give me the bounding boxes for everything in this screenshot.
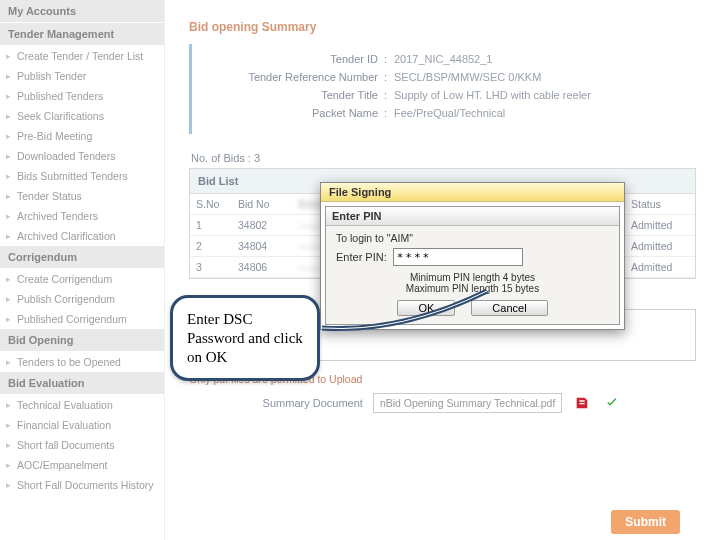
sidebar-item-downloaded-tenders[interactable]: Downloaded Tenders — [0, 146, 164, 166]
sidebar-head-bid-opening[interactable]: Bid Opening — [0, 329, 164, 352]
bid-summary-box: Tender ID:2017_NIC_44852_1 Tender Refere… — [189, 44, 696, 134]
sidebar: My Accounts Tender Management Create Ten… — [0, 0, 165, 540]
sidebar-item-aoc-empanelment[interactable]: AOC/Empanelment — [0, 455, 164, 475]
cell-bidno: 34804 — [232, 236, 292, 256]
summary-label-tender-id: Tender ID — [204, 53, 384, 65]
sidebar-head-my-accounts[interactable]: My Accounts — [0, 0, 164, 23]
sidebar-head-bid-evaluation[interactable]: Bid Evaluation — [0, 372, 164, 395]
summary-value-tender-id: 2017_NIC_44852_1 — [394, 53, 492, 65]
sidebar-item-archived-tenders[interactable]: Archived Tenders — [0, 206, 164, 226]
cell-bidno: 34802 — [232, 215, 292, 235]
sidebar-item-bids-submitted-tenders[interactable]: Bids Submitted Tenders — [0, 166, 164, 186]
cell-status: Admitted — [625, 215, 695, 235]
summary-value-packet: Fee/PreQual/Technical — [394, 107, 505, 119]
col-bidno: Bid No — [232, 194, 292, 214]
sidebar-item-archived-clarification[interactable]: Archived Clarification — [0, 226, 164, 246]
callout-text: Enter DSC Password and click on OK — [170, 295, 320, 381]
sidebar-head-corrigendum[interactable]: Corrigendum — [0, 246, 164, 269]
sidebar-item-short-fall-documents-history[interactable]: Short Fall Documents History — [0, 475, 164, 495]
sidebar-item-create-corrigendum[interactable]: Create Corrigendum — [0, 269, 164, 289]
sidebar-item-short-fall-documents[interactable]: Short fall Documents — [0, 435, 164, 455]
sidebar-item-published-tenders[interactable]: Published Tenders — [0, 86, 164, 106]
sidebar-item-financial-evaluation[interactable]: Financial Evaluation — [0, 415, 164, 435]
pin-hint-min: Minimum PIN length 4 bytes — [336, 272, 609, 283]
sidebar-item-tenders-to-be-opened[interactable]: Tenders to be Opened — [0, 352, 164, 372]
cell-status: Admitted — [625, 257, 695, 277]
summary-doc-label: Summary Document — [263, 397, 363, 409]
submit-button[interactable]: Submit — [611, 510, 680, 534]
sidebar-item-pre-bid-meeting[interactable]: Pre-Bid Meeting — [0, 126, 164, 146]
cell-bidno: 34806 — [232, 257, 292, 277]
bid-count-label: No. of Bids : 3 — [191, 152, 696, 164]
sidebar-item-technical-evaluation[interactable]: Technical Evaluation — [0, 395, 164, 415]
col-sno: S.No — [190, 194, 232, 214]
sidebar-item-published-corrigendum[interactable]: Published Corrigendum — [0, 309, 164, 329]
sidebar-item-seek-clarifications[interactable]: Seek Clarifications — [0, 106, 164, 126]
sidebar-head-tender-management[interactable]: Tender Management — [0, 23, 164, 46]
summary-doc-filename: nBid Opening Summary Technical.pdf — [373, 393, 563, 413]
callout-arrow-icon — [322, 283, 492, 343]
summary-label-packet: Packet Name — [204, 107, 384, 119]
pin-input[interactable] — [393, 248, 523, 266]
cell-sno: 1 — [190, 215, 232, 235]
sidebar-item-create-tender[interactable]: Create Tender / Tender List — [0, 46, 164, 66]
summary-label-ref-no: Tender Reference Number — [204, 71, 384, 83]
file-signing-title: File Signing — [321, 183, 624, 202]
col-status: Status — [625, 194, 695, 214]
summary-label-title: Tender Title — [204, 89, 384, 101]
cell-sno: 3 — [190, 257, 232, 277]
cell-status: Admitted — [625, 236, 695, 256]
sidebar-item-tender-status[interactable]: Tender Status — [0, 186, 164, 206]
sidebar-item-publish-tender[interactable]: Publish Tender — [0, 66, 164, 86]
summary-value-ref-no: SECL/BSP/MMW/SEC 0/KKM — [394, 71, 541, 83]
login-target-text: To login to "AIM" — [336, 232, 609, 244]
summary-value-title: Supply of Low HT. LHD with cable reeler — [394, 89, 591, 101]
instruction-callout: Enter DSC Password and click on OK — [170, 295, 320, 381]
section-title: Bid opening Summary — [189, 20, 696, 34]
enter-pin-title: Enter PIN — [326, 207, 619, 226]
cell-sno: 2 — [190, 236, 232, 256]
verify-document-icon[interactable] — [602, 393, 622, 413]
sidebar-item-publish-corrigendum[interactable]: Publish Corrigendum — [0, 289, 164, 309]
sign-document-icon[interactable] — [572, 393, 592, 413]
pin-label: Enter PIN: — [336, 251, 387, 263]
